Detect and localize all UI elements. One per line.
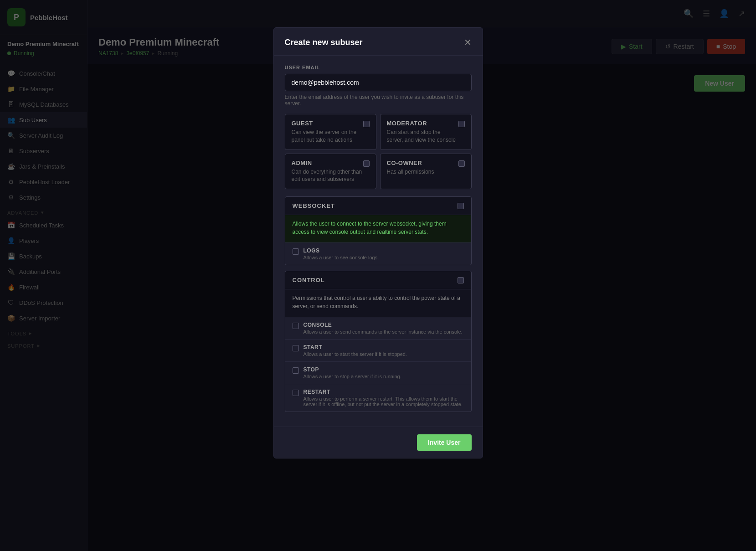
- perm-stop-checkbox[interactable]: [293, 367, 299, 374]
- role-name: ADMIN: [292, 160, 363, 166]
- perm-item-console: CONSOLE Allows a user to send commands t…: [285, 317, 471, 339]
- create-subuser-modal: Create new subuser ✕ USER EMAIL Enter th…: [273, 27, 483, 458]
- perm-section-websocket-title: WEBSOCKET: [293, 202, 335, 209]
- role-desc: Has all permissions: [387, 168, 434, 176]
- perm-section-websocket-checkbox[interactable]: [458, 203, 464, 209]
- perm-start-name: START: [303, 344, 407, 350]
- modal-header: Create new subuser ✕: [274, 28, 483, 56]
- perm-stop-name: STOP: [303, 366, 401, 373]
- perm-stop-desc: Allows a user to stop a server if it is …: [303, 374, 401, 379]
- perm-logs-desc: Allows a user to see console logs.: [303, 255, 379, 260]
- modal-close-button[interactable]: ✕: [464, 37, 472, 48]
- perm-section-websocket: WEBSOCKET Allows the user to connect to …: [285, 196, 472, 265]
- perm-item-logs: LOGS Allows a user to see console logs.: [285, 242, 471, 265]
- role-desc: Can start and stop the server, and view …: [387, 129, 458, 144]
- perm-section-control-desc: Permissions that control a user's abilit…: [285, 289, 471, 317]
- perm-restart-checkbox[interactable]: [293, 390, 299, 396]
- email-label: USER EMAIL: [285, 65, 472, 70]
- role-checkbox[interactable]: [458, 121, 465, 127]
- perm-start-desc: Allows a user to start the server if it …: [303, 351, 407, 357]
- role-card-admin[interactable]: ADMIN Can do everything other than edit …: [285, 154, 376, 190]
- modal-footer: Invite User: [274, 427, 483, 458]
- role-grid: GUEST Can view the server on the panel b…: [285, 114, 472, 189]
- perm-console-desc: Allows a user to send commands to the se…: [303, 329, 463, 335]
- invite-user-button[interactable]: Invite User: [417, 434, 472, 451]
- role-info: GUEST Can view the server on the panel b…: [292, 120, 363, 144]
- role-checkbox[interactable]: [458, 160, 465, 167]
- perm-section-websocket-header: WEBSOCKET: [285, 197, 471, 215]
- role-info: ADMIN Can do everything other than edit …: [292, 160, 363, 184]
- role-info: MODERATOR Can start and stop the server,…: [387, 120, 458, 144]
- perm-item-restart: RESTART Allows a user to perform a serve…: [285, 384, 471, 412]
- modal-title: Create new subuser: [285, 38, 363, 47]
- email-input[interactable]: [285, 74, 472, 91]
- perm-section-control: CONTROL Permissions that control a user'…: [285, 271, 472, 412]
- email-field-group: USER EMAIL Enter the email address of th…: [285, 65, 472, 107]
- role-card-moderator[interactable]: MODERATOR Can start and stop the server,…: [380, 114, 472, 150]
- role-card-co-owner[interactable]: CO-OWNER Has all permissions: [380, 154, 472, 190]
- perm-logs-checkbox[interactable]: [293, 248, 299, 255]
- role-desc: Can view the server on the panel but tak…: [292, 129, 363, 144]
- perm-item-stop: STOP Allows a user to stop a server if i…: [285, 361, 471, 384]
- perm-restart-desc: Allows a user to perform a server restar…: [303, 396, 464, 407]
- perm-section-control-checkbox[interactable]: [458, 277, 464, 283]
- email-hint: Enter the email address of the user you …: [285, 94, 472, 107]
- modal-body: USER EMAIL Enter the email address of th…: [274, 56, 483, 427]
- role-card-guest[interactable]: GUEST Can view the server on the panel b…: [285, 114, 376, 150]
- perm-console-name: CONSOLE: [303, 322, 463, 328]
- role-checkbox[interactable]: [363, 160, 370, 167]
- perm-logs-name: LOGS: [303, 247, 379, 254]
- perm-console-checkbox[interactable]: [293, 323, 299, 329]
- role-checkbox[interactable]: [363, 121, 370, 127]
- perm-section-control-title: CONTROL: [293, 277, 325, 283]
- role-name: MODERATOR: [387, 120, 458, 127]
- perm-restart-name: RESTART: [303, 389, 464, 395]
- role-info: CO-OWNER Has all permissions: [387, 160, 434, 176]
- perm-section-control-header: CONTROL: [285, 271, 471, 289]
- role-desc: Can do everything other than edit users …: [292, 168, 363, 184]
- perm-section-websocket-desc: Allows the user to connect to the server…: [285, 215, 471, 242]
- modal-overlay: Create new subuser ✕ USER EMAIL Enter th…: [0, 0, 756, 551]
- perm-start-checkbox[interactable]: [293, 345, 299, 351]
- role-name: CO-OWNER: [387, 160, 434, 166]
- perm-item-start: START Allows a user to start the server …: [285, 339, 471, 361]
- role-name: GUEST: [292, 120, 363, 127]
